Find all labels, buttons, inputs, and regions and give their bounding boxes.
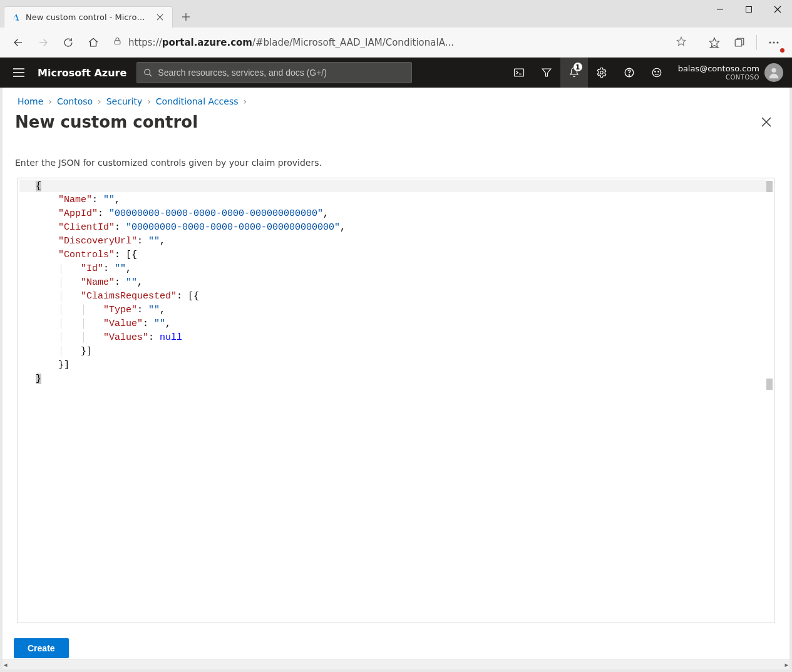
brand-label: Microsoft Azure bbox=[33, 67, 136, 79]
svg-point-27 bbox=[600, 71, 603, 74]
json-string: "00000000-0000-0000-0000-000000000000" bbox=[126, 222, 340, 233]
help-button[interactable] bbox=[615, 58, 643, 88]
json-string: "" bbox=[148, 305, 160, 315]
blade-page: Home› Contoso› Security› Conditional Acc… bbox=[3, 88, 789, 669]
svg-rect-15 bbox=[735, 39, 742, 46]
notifications-button[interactable]: 1 bbox=[560, 58, 588, 88]
scroll-thumb[interactable] bbox=[11, 661, 781, 669]
svg-point-17 bbox=[773, 41, 774, 43]
json-string: "" bbox=[103, 195, 115, 205]
nav-refresh-button[interactable] bbox=[56, 31, 80, 54]
svg-marker-26 bbox=[542, 69, 551, 76]
cloud-shell-button[interactable] bbox=[505, 58, 533, 88]
json-key: "Name" bbox=[81, 277, 115, 288]
json-string: "00000000-0000-0000-0000-000000000000" bbox=[109, 208, 323, 219]
azure-toolbar-icons: 1 bbox=[505, 58, 671, 88]
svg-point-30 bbox=[652, 68, 661, 77]
lock-icon bbox=[113, 36, 122, 48]
json-editor-content[interactable]: { "Name": "", "AppId": "00000000-0000-00… bbox=[18, 178, 774, 389]
horizontal-scrollbar[interactable]: ◂ ▸ bbox=[3, 659, 789, 669]
svg-point-33 bbox=[771, 68, 776, 73]
svg-rect-11 bbox=[115, 41, 120, 44]
nav-home-button[interactable] bbox=[81, 31, 105, 54]
breadcrumb-contoso[interactable]: Contoso bbox=[54, 96, 95, 106]
portal-menu-button[interactable] bbox=[5, 58, 33, 88]
account-email: balas@contoso.com bbox=[678, 64, 759, 73]
directory-filter-button[interactable] bbox=[533, 58, 560, 88]
breadcrumb-home[interactable]: Home bbox=[15, 96, 46, 106]
breadcrumb-security[interactable]: Security bbox=[104, 96, 145, 106]
browser-tab-active[interactable]: New custom control - Microsoft bbox=[4, 6, 173, 28]
svg-marker-12 bbox=[677, 37, 685, 45]
breadcrumb-conditional-access[interactable]: Conditional Access bbox=[153, 96, 241, 106]
json-null: null bbox=[160, 332, 182, 343]
azure-top-bar: Microsoft Azure 1 balas@contoso.com CONT… bbox=[0, 58, 792, 88]
url-host: portal.azure.com bbox=[162, 37, 252, 48]
json-key: "Name" bbox=[58, 195, 92, 205]
svg-point-22 bbox=[145, 69, 150, 74]
new-tab-button[interactable] bbox=[177, 8, 195, 26]
json-string: "" bbox=[126, 277, 137, 288]
json-key: "Id" bbox=[81, 263, 103, 274]
json-key: "Type" bbox=[103, 305, 137, 315]
settings-button[interactable] bbox=[588, 58, 615, 88]
svg-line-23 bbox=[150, 74, 152, 76]
chevron-right-icon: › bbox=[96, 96, 103, 106]
account-org: CONTOSO bbox=[678, 74, 759, 81]
json-key: "AppId" bbox=[58, 208, 98, 219]
svg-point-16 bbox=[769, 41, 771, 43]
browser-tab-title: New custom control - Microsoft bbox=[26, 13, 149, 22]
svg-point-29 bbox=[629, 74, 629, 75]
json-editor[interactable]: { "Name": "", "AppId": "00000000-0000-00… bbox=[18, 178, 774, 623]
svg-rect-24 bbox=[514, 69, 523, 76]
window-controls bbox=[706, 0, 792, 28]
json-key: "DiscoveryUrl" bbox=[58, 236, 137, 247]
window-close-button[interactable] bbox=[763, 0, 792, 19]
json-string: "" bbox=[115, 263, 126, 274]
window-maximize-button[interactable] bbox=[734, 0, 763, 19]
account-menu[interactable]: balas@contoso.com CONTOSO bbox=[671, 63, 787, 82]
feedback-button[interactable] bbox=[643, 58, 671, 88]
instructions-text: Enter the JSON for customized controls g… bbox=[3, 140, 789, 174]
json-key: "ClaimsRequested" bbox=[81, 291, 177, 302]
chevron-right-icon: › bbox=[146, 96, 152, 106]
json-key: "Values" bbox=[103, 332, 148, 343]
tab-close-button[interactable] bbox=[154, 11, 166, 24]
json-key: "Value" bbox=[103, 318, 143, 329]
json-string: "" bbox=[148, 236, 160, 247]
json-key: "ClientId" bbox=[58, 222, 115, 233]
favorite-star-button[interactable] bbox=[671, 36, 691, 49]
svg-marker-13 bbox=[710, 38, 719, 47]
url-path: /#blade/Microsoft_AAD_IAM/ConditionalA..… bbox=[252, 37, 454, 48]
json-string: "" bbox=[154, 318, 165, 329]
notification-badge: 1 bbox=[573, 63, 582, 71]
nav-forward-button[interactable] bbox=[31, 31, 55, 54]
toolbar-divider bbox=[756, 35, 757, 50]
url-prefix: https:// bbox=[128, 37, 162, 48]
collections-button[interactable] bbox=[728, 31, 751, 54]
avatar bbox=[764, 63, 783, 82]
window-minimize-button[interactable] bbox=[706, 0, 734, 19]
chevron-right-icon: › bbox=[47, 96, 53, 106]
address-field[interactable]: https://portal.azure.com/#blade/Microsof… bbox=[106, 32, 694, 53]
address-bar: https://portal.azure.com/#blade/Microsof… bbox=[0, 28, 792, 58]
nav-back-button[interactable] bbox=[6, 31, 30, 54]
global-search-input[interactable] bbox=[158, 68, 405, 78]
json-key: "Controls" bbox=[58, 250, 115, 260]
svg-rect-1 bbox=[746, 7, 752, 13]
editor-scroll-handle-bottom[interactable] bbox=[766, 379, 773, 390]
svg-point-18 bbox=[776, 41, 778, 43]
address-url-text: https://portal.azure.com/#blade/Microsof… bbox=[128, 37, 671, 48]
scroll-left-arrow-icon[interactable]: ◂ bbox=[4, 661, 8, 669]
page-title: New custom control bbox=[15, 113, 198, 131]
chevron-right-icon: › bbox=[242, 96, 248, 106]
svg-point-31 bbox=[654, 71, 656, 73]
create-button[interactable]: Create bbox=[14, 638, 69, 658]
tab-strip: New custom control - Microsoft bbox=[0, 0, 792, 28]
svg-marker-4 bbox=[13, 14, 19, 21]
settings-menu-button[interactable] bbox=[762, 31, 786, 54]
blade-close-button[interactable] bbox=[756, 111, 777, 133]
global-search[interactable] bbox=[136, 62, 412, 83]
favorites-button[interactable] bbox=[702, 31, 726, 54]
scroll-right-arrow-icon[interactable]: ▸ bbox=[784, 661, 788, 669]
